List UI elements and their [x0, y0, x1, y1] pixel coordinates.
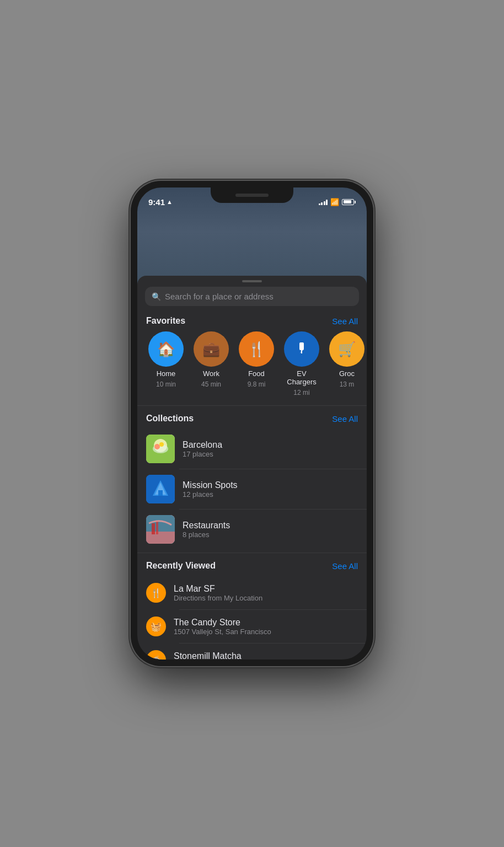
- barcelona-name: Barcelona: [183, 440, 222, 450]
- signal-bar-2: [321, 202, 323, 205]
- collection-barcelona[interactable]: Barcelona 17 places: [137, 429, 367, 469]
- mission-name: Mission Spots: [183, 480, 238, 490]
- battery-fill: [344, 200, 351, 203]
- collection-restaurants[interactable]: Restaurants 8 places: [137, 510, 367, 549]
- collections-see-all[interactable]: See All: [332, 414, 358, 424]
- fav-home-icon: 🏠: [148, 331, 184, 367]
- favorites-title: Favorites: [146, 316, 185, 326]
- recent-matcha[interactable]: ☕ Stonemill Matcha 561 Valencia St, San …: [137, 644, 367, 660]
- lamar-name: La Mar SF: [174, 584, 262, 594]
- favorites-see-all[interactable]: See All: [332, 317, 358, 326]
- favorites-scroll[interactable]: 🏠 Home 10 min 💼 Work 45 min 🍴 Food 9.8 m…: [137, 331, 367, 405]
- candy-icon: 🧺: [146, 617, 166, 636]
- location-arrow-icon: ▲: [167, 199, 173, 205]
- recent-candy[interactable]: 🧺 The Candy Store 1507 Vallejo St, San F…: [137, 610, 367, 643]
- recently-viewed-see-all[interactable]: See All: [332, 561, 358, 571]
- candy-info: The Candy Store 1507 Vallejo St, San Fra…: [174, 618, 271, 636]
- candy-sub: 1507 Vallejo St, San Francisco: [174, 628, 271, 636]
- svg-point-6: [154, 444, 160, 449]
- candy-name: The Candy Store: [174, 618, 271, 628]
- fav-ev[interactable]: EV Chargers 12 mi: [282, 331, 321, 396]
- svg-point-7: [159, 442, 164, 447]
- divider-1: [137, 405, 367, 406]
- divider-4: [137, 553, 367, 553]
- fav-food-label: Food: [248, 369, 265, 378]
- signal-bar-3: [324, 201, 325, 205]
- matcha-info: Stonemill Matcha 561 Valencia St, San Fr…: [174, 651, 273, 660]
- battery-tip: [355, 201, 356, 203]
- fav-work[interactable]: 💼 Work 45 min: [191, 331, 231, 396]
- svg-rect-13: [146, 532, 175, 544]
- search-bar[interactable]: 🔍 Search for a place or address: [145, 287, 359, 306]
- sheet-handle: [242, 280, 262, 282]
- fav-food[interactable]: 🍴 Food 9.8 mi: [237, 331, 276, 396]
- restaurants-info: Restaurants 8 places: [183, 521, 230, 539]
- bottom-sheet[interactable]: 🔍 Search for a place or address Favorite…: [137, 276, 367, 660]
- restaurants-sub: 8 places: [183, 530, 230, 539]
- status-time: 9:41 ▲: [148, 197, 173, 207]
- signal-bar-1: [319, 203, 320, 205]
- fav-food-sub: 9.8 mi: [248, 380, 266, 388]
- phone-screen: 9:41 ▲ 📶: [137, 187, 367, 660]
- collections-header: Collections See All: [137, 411, 367, 429]
- phone-device: 9:41 ▲ 📶: [131, 181, 373, 666]
- collections-title: Collections: [146, 414, 194, 424]
- barcelona-thumb-img: [146, 435, 175, 463]
- fav-ev-label: EV Chargers: [282, 369, 321, 386]
- restaurants-thumb-img: [146, 515, 175, 544]
- fav-groc[interactable]: 🛒 Groc 13 m: [327, 331, 367, 396]
- lamar-info: La Mar SF Directions from My Location: [174, 584, 262, 602]
- fav-groc-sub: 13 m: [340, 380, 355, 388]
- fav-food-icon: 🍴: [239, 331, 274, 367]
- fav-ev-sub: 12 mi: [293, 389, 309, 396]
- matcha-name: Stonemill Matcha: [174, 651, 273, 660]
- wifi-icon: 📶: [330, 198, 339, 206]
- fav-ev-icon: [284, 331, 319, 367]
- battery-icon: [342, 199, 356, 205]
- svg-rect-14: [152, 523, 155, 534]
- barcelona-thumb: [146, 435, 175, 463]
- lamar-icon: 🍴: [146, 583, 166, 603]
- recently-viewed-title: Recently Viewed: [146, 561, 216, 571]
- barcelona-sub: 17 places: [183, 450, 222, 458]
- notch: [211, 187, 293, 203]
- fav-home-label: Home: [157, 369, 176, 378]
- favorites-header: Favorites See All: [137, 314, 367, 331]
- fav-groc-label: Groc: [339, 369, 355, 378]
- battery-body: [342, 199, 354, 205]
- collection-mission[interactable]: Mission Spots 12 places: [137, 469, 367, 509]
- fav-work-label: Work: [203, 369, 219, 378]
- fav-home[interactable]: 🏠 Home 10 min: [146, 331, 186, 396]
- mission-thumb: [146, 475, 175, 503]
- signal-bar-4: [326, 200, 328, 205]
- signal-bars-icon: [319, 199, 328, 205]
- matcha-icon: ☕: [146, 650, 166, 660]
- search-placeholder: Search for a place or address: [165, 292, 274, 301]
- time-display: 9:41: [148, 197, 165, 207]
- lamar-sub: Directions from My Location: [174, 594, 262, 602]
- barcelona-info: Barcelona 17 places: [183, 440, 222, 458]
- status-icons: 📶: [319, 198, 356, 206]
- recent-lamar[interactable]: 🍴 La Mar SF Directions from My Location: [137, 576, 367, 609]
- speaker: [235, 194, 269, 197]
- svg-rect-15: [156, 521, 158, 534]
- mission-sub: 12 places: [183, 490, 238, 498]
- fav-groc-icon: 🛒: [329, 331, 364, 367]
- search-icon: 🔍: [152, 292, 161, 301]
- mission-thumb-img: [146, 475, 175, 503]
- restaurants-name: Restaurants: [183, 521, 230, 530]
- mission-info: Mission Spots 12 places: [183, 480, 238, 498]
- fav-work-sub: 45 min: [201, 380, 221, 388]
- fav-home-sub: 10 min: [156, 380, 176, 388]
- recently-viewed-header: Recently Viewed See All: [137, 559, 367, 576]
- svg-rect-11: [158, 490, 163, 496]
- restaurants-thumb: [146, 515, 175, 544]
- fav-work-icon: 💼: [194, 331, 229, 367]
